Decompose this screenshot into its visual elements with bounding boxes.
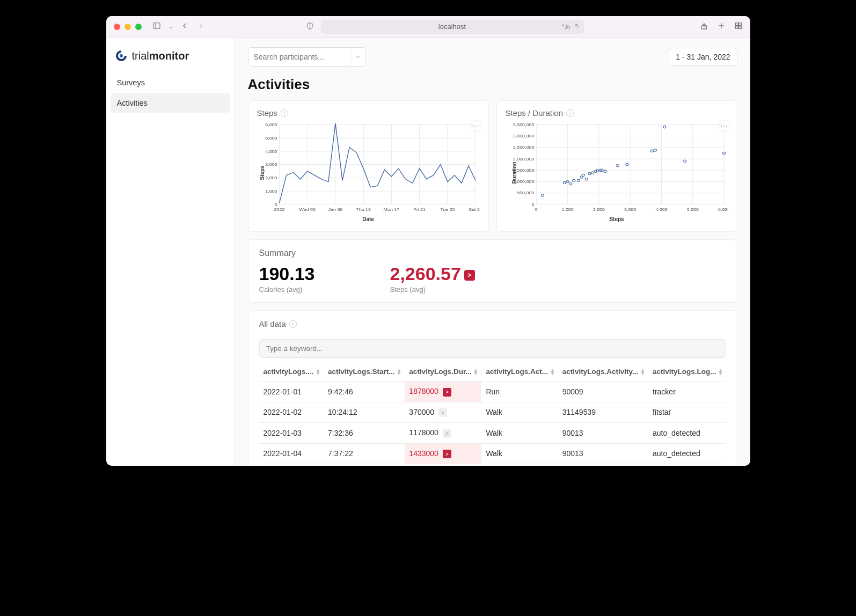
sidebar: trialmonitor Surveys Activities [106,38,235,466]
sidebar-item-surveys[interactable]: Surveys [111,73,230,92]
svg-text:3,000,000: 3,000,000 [513,134,534,138]
reader-icon[interactable]: ᴬあ [562,23,570,31]
participant-search[interactable] [248,47,366,67]
table-filter-input[interactable] [259,339,726,358]
svg-point-72 [541,194,544,196]
svg-text:3,000: 3,000 [265,162,277,167]
svg-text:3,000: 3,000 [624,207,636,212]
calories-value: 190.13 [259,263,315,284]
table-cell: 90013 [558,464,648,466]
steps-chart-card: Stepsi ⋯ Steps 01,0002,0003,0004,0005,00… [248,100,489,232]
chevron-down-icon[interactable]: ⌄ [169,24,173,30]
table-cell: Walk [481,402,558,423]
main-content: 1 - 31 Jan, 2022 Activities Stepsi ⋯ Ste… [235,38,750,466]
table-cell: auto_detected [648,464,726,466]
close-window-button[interactable] [114,24,120,30]
svg-point-87 [604,170,606,172]
scatter-chart-title: Steps / Duration [506,108,564,118]
calories-label: Calories (avg) [259,285,315,294]
new-tab-icon[interactable] [717,21,726,32]
greater-than-badge: > [443,388,451,397]
table-cell: 31149539 [558,402,648,423]
tabs-grid-icon[interactable] [734,21,743,32]
forward-button[interactable] [196,21,205,32]
svg-point-82 [591,172,594,174]
page-title: Activities [248,76,737,93]
table-row[interactable]: 2022-01-037:32:361178000>Walk90013auto_d… [259,423,727,444]
scatter-x-axis-label: Steps [506,216,728,222]
steps-duration-chart-card: Steps / Durationi ⋯ Duration 0500,0001,0… [496,100,737,232]
info-icon[interactable]: i [281,109,288,117]
svg-text:Fri 21: Fri 21 [413,207,426,212]
shield-icon[interactable] [306,22,314,32]
back-button[interactable] [180,21,189,32]
column-header[interactable]: activityLogs.Start... ▴▾ [324,362,405,382]
address-text: localhost [438,23,466,31]
info-icon[interactable]: i [289,320,297,328]
greater-than-badge: > [464,270,475,281]
column-header[interactable]: activityLogs.Dur... ▴▾ [405,362,481,382]
sort-icon[interactable]: ▴▾ [719,369,722,375]
svg-point-77 [577,179,580,181]
svg-text:5,000: 5,000 [265,135,277,140]
date-range-picker[interactable]: 1 - 31 Jan, 2022 [669,48,737,66]
svg-point-75 [569,182,572,185]
search-dropdown-toggle[interactable] [350,48,365,66]
table-cell: 90009 [558,382,648,402]
steps-avg-label: Steps (avg) [390,285,475,294]
sort-icon[interactable]: ▴▾ [474,369,477,375]
table-row[interactable]: 2022-01-047:37:221433000>Walk90013auto_d… [259,443,727,464]
sort-icon[interactable]: ▴▾ [641,369,644,375]
table-cell: Walk [481,423,558,444]
sidebar-item-activities[interactable]: Activities [111,93,230,113]
sidebar-toggle-icon[interactable] [152,21,161,32]
info-icon[interactable]: i [566,109,574,117]
svg-text:2,000: 2,000 [592,207,605,212]
table-cell: Walk [481,464,558,466]
maximize-window-button[interactable] [135,24,142,30]
table-row[interactable]: 2022-01-019:42:461878000>Run90009tracker [259,382,727,402]
svg-text:500,000: 500,000 [517,190,534,195]
column-header[interactable]: activityLogs.Act... ▴▾ [481,362,558,382]
app-window: ⌄ localhost ᴬあ ↻ trialmonitor [106,16,750,466]
sort-icon[interactable]: ▴▾ [398,369,400,375]
sort-icon[interactable]: ▴▾ [551,369,554,375]
svg-text:6,000: 6,000 [265,122,277,127]
minimize-window-button[interactable] [125,24,131,30]
table-row[interactable]: 2022-01-0520:50:131076000>Walk90013auto_… [259,464,727,466]
svg-point-79 [582,174,584,176]
greater-than-badge: > [443,429,451,438]
table-cell: 2022-01-04 [259,443,324,464]
sort-icon[interactable]: ▴▾ [317,369,319,375]
greater-than-badge: > [438,408,447,417]
column-header[interactable]: activityLogs.Log... ▴▾ [648,362,726,382]
svg-text:0: 0 [531,202,534,207]
table-cell: 7:32:36 [324,423,405,444]
table-cell: 9:42:46 [324,382,405,402]
svg-text:0: 0 [274,202,277,207]
svg-point-90 [650,150,653,152]
brand-mark-icon [115,49,128,62]
column-header[interactable]: activityLogs.... ▴▾ [259,362,324,382]
reload-icon[interactable]: ↻ [575,23,580,31]
address-bar[interactable]: localhost ᴬあ ↻ [321,20,584,34]
table-cell: 10:24:12 [324,402,405,423]
steps-duration-scatter: 0500,0001,000,0001,500,0002,000,0002,500… [506,122,728,213]
share-icon[interactable] [700,21,708,32]
column-header[interactable]: activityLogs.Activity... ▴▾ [558,362,648,382]
search-input[interactable] [248,48,350,65]
table-cell: 1433000> [405,443,481,464]
table-row[interactable]: 2022-01-0210:24:12370000>Walk31149539fit… [259,402,727,423]
steps-line-chart: 01,0002,0003,0004,0005,0006,0002022Wed 0… [257,122,480,213]
steps-x-axis-label: Date [257,216,480,222]
brand-logo[interactable]: trialmonitor [106,45,235,73]
table-cell: 20:50:13 [324,464,405,466]
svg-text:1,000: 1,000 [265,188,277,193]
window-controls [114,24,142,30]
table-cell: 370000> [405,402,481,423]
greater-than-badge: > [443,450,451,458]
svg-point-81 [588,172,590,174]
svg-point-93 [683,160,686,162]
steps-chart-title: Steps [257,108,277,118]
svg-text:Sat 29: Sat 29 [469,207,480,212]
